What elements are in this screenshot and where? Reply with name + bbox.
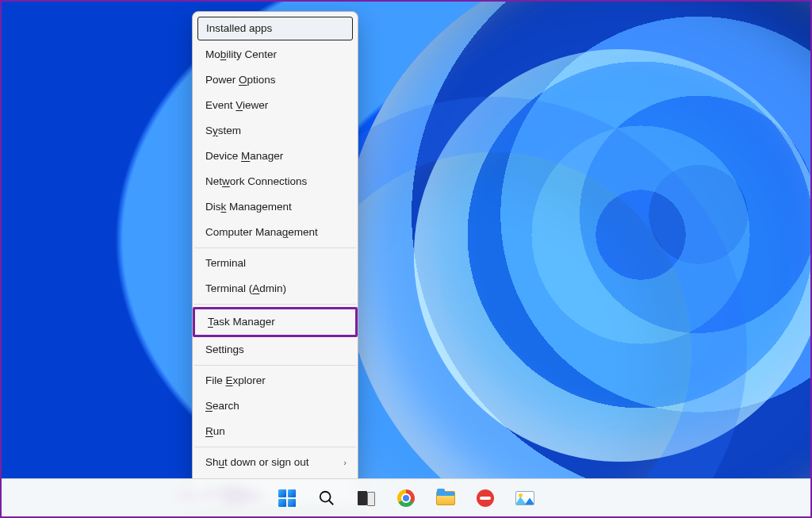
menu-item-label: File Explorer <box>205 374 266 388</box>
search-button[interactable] <box>311 482 343 514</box>
menu-item-label: Settings <box>205 343 244 357</box>
menu-item-label: Network Connections <box>205 175 307 189</box>
red-disc-icon <box>477 489 494 507</box>
desktop-wallpaper <box>2 2 810 478</box>
menu-item-label: Power Options <box>205 73 276 87</box>
start-button[interactable] <box>271 482 303 514</box>
menu-item-terminal-admin[interactable]: Terminal (Admin) <box>193 276 358 301</box>
menu-item-settings[interactable]: Settings <box>193 337 358 363</box>
file-explorer-app[interactable] <box>430 482 462 514</box>
menu-item-shut-down[interactable]: Shut down or sign out› <box>193 450 358 475</box>
menu-item-label: Mobility Center <box>205 48 277 62</box>
chrome-icon <box>397 489 415 507</box>
menu-item-label: Search <box>205 399 239 413</box>
menu-item-power-options[interactable]: Power Options <box>193 67 358 93</box>
menu-item-installed-apps[interactable]: Installed apps <box>197 17 353 40</box>
taskbar <box>2 478 810 516</box>
svg-line-2 <box>329 500 334 505</box>
windows-start-icon <box>278 489 296 507</box>
menu-separator <box>194 247 356 248</box>
menu-item-label: Disk Management <box>205 200 292 214</box>
menu-item-device-manager[interactable]: Device Manager <box>193 144 358 169</box>
menu-separator <box>194 447 356 447</box>
menu-separator <box>194 304 356 305</box>
menu-item-label: Computer Management <box>205 225 318 240</box>
menu-item-terminal[interactable]: Terminal <box>193 251 358 276</box>
gallery-app[interactable] <box>509 482 541 514</box>
menu-item-task-manager[interactable]: Task Manager <box>193 307 358 337</box>
menu-item-run[interactable]: Run <box>193 419 358 444</box>
menu-item-label: Device Manager <box>205 149 283 163</box>
menu-item-label: Installed apps <box>206 21 272 36</box>
task-view-icon <box>358 491 375 505</box>
menu-item-search[interactable]: Search <box>193 393 358 419</box>
menu-separator <box>194 365 356 366</box>
svg-point-1 <box>320 491 331 501</box>
chrome-app[interactable] <box>390 482 422 514</box>
menu-item-computer-management[interactable]: Computer Management <box>193 220 358 245</box>
menu-item-mobility-center[interactable]: Mobility Center <box>193 42 358 67</box>
menu-item-label: Event Viewer <box>205 98 268 113</box>
menu-item-file-explorer[interactable]: File Explorer <box>193 368 358 393</box>
gallery-icon <box>515 491 534 505</box>
pinned-app[interactable] <box>469 482 501 514</box>
menu-item-network-connections[interactable]: Network Connections <box>193 169 358 194</box>
menu-item-label: System <box>205 124 241 138</box>
menu-item-event-viewer[interactable]: Event Viewer <box>193 93 358 118</box>
menu-item-label: Terminal (Admin) <box>205 282 286 296</box>
file-explorer-icon <box>436 491 455 505</box>
menu-item-label: Run <box>205 424 225 439</box>
power-user-menu: Installed appsMobility CenterPower Optio… <box>192 11 358 506</box>
menu-item-label: Task Manager <box>208 315 275 329</box>
menu-item-label: Shut down or sign out <box>205 455 309 470</box>
task-view-button[interactable] <box>350 482 382 514</box>
menu-item-label: Terminal <box>205 256 246 271</box>
search-icon <box>318 489 335 507</box>
menu-item-disk-management[interactable]: Disk Management <box>193 194 358 220</box>
chevron-right-icon: › <box>343 455 347 470</box>
menu-item-system[interactable]: System <box>193 118 358 144</box>
